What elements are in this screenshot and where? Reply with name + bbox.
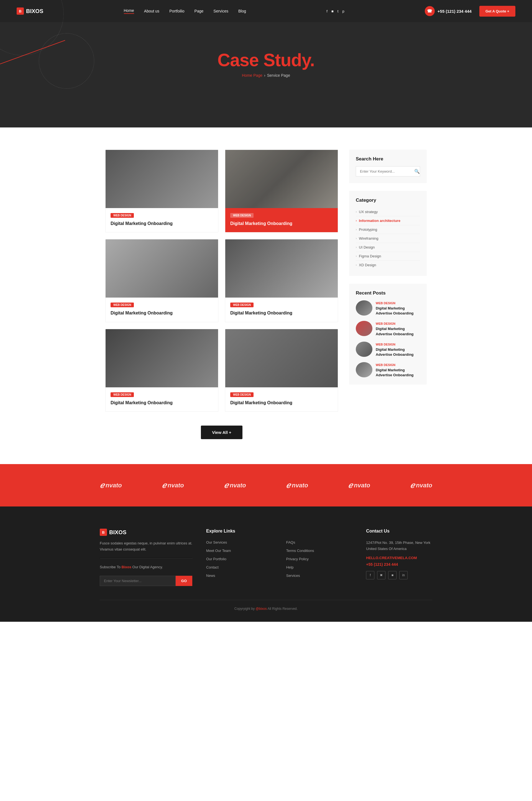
partner-logo-3: nvato (224, 481, 246, 490)
breadcrumb-separator: › (264, 73, 265, 78)
blog-row-3: Web Design Digital Marketing Onboarding … (105, 329, 338, 412)
footer-logo-text: BIXOS (109, 529, 126, 536)
subscribe-brand: Bixos (122, 565, 131, 569)
rp-content-4: Web Design Digital Marketing Advertise O… (376, 362, 420, 378)
partner-logo-4: nvato (286, 481, 308, 490)
footer-social-linkedin[interactable]: in (399, 571, 407, 579)
footer-top: B BIXOS Fusce sodales egestas neque, in … (100, 529, 432, 586)
blog-card-5[interactable]: Web Design Digital Marketing Onboarding (105, 329, 218, 412)
social-twitter[interactable]: t (338, 9, 339, 13)
blog-card-6[interactable]: Web Design Digital Marketing Onboarding (225, 329, 338, 412)
footer-social-dribbble[interactable]: ✖ (377, 571, 385, 579)
newsletter-input[interactable] (100, 576, 176, 586)
nav-page[interactable]: Page (194, 9, 204, 13)
social-pinterest[interactable]: p (342, 9, 344, 13)
social-instagram[interactable]: ■ (331, 9, 334, 13)
card-title-5: Digital Marketing Onboarding (111, 400, 213, 406)
blog-card-3[interactable]: Web Design Digital Marketing Onboarding (105, 239, 218, 322)
card-tag-4: Web Design (230, 303, 253, 307)
get-quote-button[interactable]: Get A Quote + (479, 6, 515, 17)
footer-explore-col: Explore Links Our Services Meet Our Team… (206, 529, 272, 586)
view-all-button[interactable]: View All + (201, 425, 243, 439)
partner-logo-2: nvato (162, 481, 184, 490)
blog-row-1: Web Design Digital Marketing Onboarding … (105, 150, 338, 232)
category-item-ux[interactable]: › UX strategy (356, 208, 420, 216)
recent-post-4[interactable]: Web Design Digital Marketing Advertise O… (356, 362, 420, 378)
copyright-brand-link[interactable]: @bixos (256, 607, 267, 611)
logo-text: BIXOS (26, 8, 43, 14)
contact-email[interactable]: HELLO.CREATIVEMELA.COM (366, 556, 432, 560)
category-item-proto[interactable]: › Prototyping (356, 225, 420, 234)
header: B BIXOS Home About us Portfoilio Page Se… (0, 0, 532, 22)
category-item-ia[interactable]: › Information architecture (356, 216, 420, 225)
footer-link-help[interactable]: Help (286, 565, 353, 570)
nav-portfolio[interactable]: Portfoilio (169, 9, 184, 13)
hero-content: Case Study. Home Page › Service Page (217, 50, 315, 78)
blog-row-2: Web Design Digital Marketing Onboarding … (105, 239, 338, 322)
nav-blog[interactable]: Blog (238, 9, 246, 13)
card-image-1 (106, 150, 218, 208)
nav-home[interactable]: Home (124, 8, 134, 14)
cat-arrow-2: › (356, 219, 357, 222)
contact-phone: +55 (121) 234 444 (366, 562, 432, 567)
breadcrumb-current: Service Page (267, 73, 290, 78)
card-tag-6: Web Design (230, 392, 253, 397)
footer-explore-col-2: FAQs Terms Conditions Privacy Policy Hel… (286, 529, 353, 586)
social-facebook[interactable]: f (326, 9, 327, 13)
category-item-xd[interactable]: › XD Design (356, 261, 420, 269)
card-tag-5: Web Design (111, 392, 134, 397)
footer-link-services[interactable]: Our Services (206, 540, 272, 545)
footer-social-instagram[interactable]: ■ (388, 571, 397, 579)
card-title-3: Digital Marketing Onboarding (111, 310, 213, 316)
footer-link-services-2[interactable]: Services (286, 573, 353, 578)
footer-link-news[interactable]: News (206, 573, 272, 578)
category-item-wire[interactable]: › Wireframing (356, 234, 420, 243)
copyright-text: Copyryight by @bixos All Rights Reserved… (234, 607, 298, 611)
cat-label-6: Figma Design (359, 254, 381, 258)
footer-link-team[interactable]: Meet Our Team (206, 548, 272, 553)
footer-link-terms[interactable]: Terms Conditions (286, 548, 353, 553)
phone-number: +55 (121) 234 444 (438, 9, 472, 14)
footer: B BIXOS Fusce sodales egestas neque, in … (0, 507, 532, 622)
phone-wrap: ☎ +55 (121) 234 444 (425, 6, 472, 16)
footer-social-facebook[interactable]: f (366, 571, 374, 579)
blog-card-4[interactable]: Web Design Digital Marketing Onboarding (225, 239, 338, 322)
footer-explore-list-1: Our Services Meet Our Team Our Portfolio… (206, 540, 272, 578)
card-image-6 (225, 329, 338, 387)
card-body-4: Web Design Digital Marketing Onboarding (225, 298, 338, 322)
recent-post-1[interactable]: Web Design Digital Marketing Advertise O… (356, 300, 420, 316)
cat-arrow-4: › (356, 237, 357, 240)
search-button[interactable]: 🔍 (410, 167, 420, 176)
breadcrumb-home[interactable]: Home Page (242, 73, 262, 78)
card-image-3 (106, 240, 218, 298)
blog-card-1[interactable]: Web Design Digital Marketing Onboarding (105, 150, 218, 232)
social-icons: f ✖ ■ in (366, 571, 432, 579)
footer-link-contact[interactable]: Contact (206, 565, 272, 570)
header-right: ☎ +55 (121) 234 444 Get A Quote + (425, 6, 515, 17)
contact-address: 1247/Plot No. 39, 15th Phase, New YorkUn… (366, 540, 432, 552)
nav-about[interactable]: About us (144, 9, 159, 13)
rp-tag-4: Web Design (376, 363, 395, 366)
category-item-ui[interactable]: › UI Design (356, 243, 420, 252)
nav-services[interactable]: Services (213, 9, 228, 13)
recent-posts-title: Recent Posts (356, 290, 420, 296)
search-widget-title: Search Here (356, 156, 420, 162)
main-section: Web Design Digital Marketing Onboarding … (100, 128, 432, 464)
view-all-section: View All + (105, 425, 338, 439)
search-input[interactable] (356, 167, 410, 176)
phone-icon: ☎ (425, 6, 435, 16)
recent-post-2[interactable]: Web Design Digital Marketing Advertise O… (356, 321, 420, 336)
footer-link-portfolio[interactable]: Our Portfolio (206, 556, 272, 561)
partner-logo-5: nvato (348, 481, 370, 490)
logo[interactable]: B BIXOS (17, 7, 43, 15)
footer-link-privacy[interactable]: Privacy Policy (286, 556, 353, 561)
recent-post-3[interactable]: Web Design Digital Marketing Advertise O… (356, 342, 420, 357)
cat-arrow-1: › (356, 210, 357, 213)
footer-explore-title-2 (286, 529, 353, 534)
footer-brand-column: B BIXOS Fusce sodales egestas neque, in … (100, 529, 192, 586)
blog-card-2[interactable]: Web Design Digital Marketing Onboarding (225, 150, 338, 232)
subscribe-button[interactable]: GO (176, 576, 192, 586)
footer-link-faq[interactable]: FAQs (286, 540, 353, 545)
category-item-figma[interactable]: › Figma Design (356, 252, 420, 261)
card-image-4 (225, 240, 338, 298)
